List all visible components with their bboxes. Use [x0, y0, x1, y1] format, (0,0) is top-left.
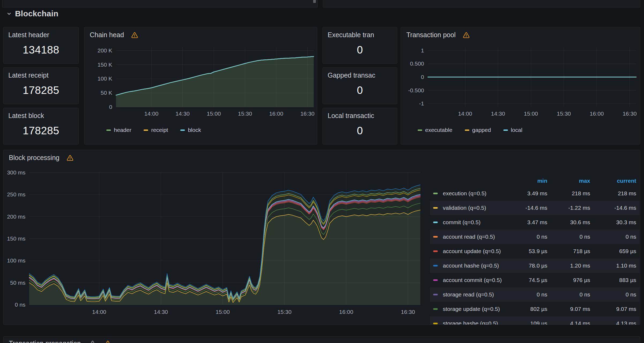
- legend-table: minmaxcurrent execution (q=0.5) 3.49 ms …: [430, 176, 639, 325]
- warning-icon[interactable]: [66, 154, 74, 161]
- series-max-value: 4.14 ms: [547, 320, 590, 325]
- series-name: account commit (q=0.5): [443, 277, 507, 283]
- series-min-value: 109 µs: [507, 320, 547, 325]
- svg-text:14:00: 14:00: [458, 110, 472, 117]
- series-name: execution (q=0.5): [443, 190, 507, 197]
- svg-text:14:30: 14:30: [154, 309, 168, 315]
- stat-value: 178285: [3, 120, 78, 144]
- svg-text:14:30: 14:30: [491, 110, 505, 117]
- warning-icon-gray[interactable]: [89, 340, 96, 343]
- transaction-pool-chart[interactable]: 10.5000-0.500-114:0014:3015:0015:3016:00…: [401, 40, 640, 123]
- svg-text:50 ms: 50 ms: [10, 280, 25, 286]
- svg-text:15:30: 15:30: [278, 309, 292, 315]
- legend-item-local[interactable]: local: [503, 127, 522, 133]
- series-name: account read (q=0.5): [443, 234, 507, 240]
- section-row-blockchain[interactable]: Blockchain: [6, 9, 58, 18]
- series-max-value: 218 ms: [547, 190, 590, 197]
- panel-title[interactable]: Latest block: [3, 108, 78, 120]
- stat-value: 0: [323, 39, 397, 63]
- legend-table-row[interactable]: storage hashe (q=0.5) 109 µs 4.14 ms 4.1…: [430, 316, 639, 325]
- panel-chain-head: Chain head 200 K150 K100 K50 K014:0014:3…: [84, 27, 317, 144]
- series-name: storage hashe (q=0.5): [443, 320, 507, 325]
- legend-item-executable[interactable]: executable: [418, 127, 452, 133]
- series-current-value: 883 µs: [590, 277, 636, 283]
- series-name: commit (q=0.5): [443, 219, 507, 226]
- svg-text:16:30: 16:30: [300, 110, 314, 117]
- legend-table-row[interactable]: execution (q=0.5) 3.49 ms 218 ms 218 ms: [430, 186, 639, 201]
- legend-table-row[interactable]: validation (q=0.5) -14.6 ms -1.22 ms -14…: [430, 201, 639, 215]
- warning-icon[interactable]: [463, 32, 470, 39]
- stat-panel-latest-receipt: Latest receipt 178285: [3, 67, 79, 104]
- legend-item-receipt[interactable]: receipt: [144, 127, 168, 133]
- series-name: receipt: [151, 127, 168, 133]
- legend-table-row[interactable]: account update (q=0.5) 53.9 µs 718 µs 65…: [430, 244, 639, 258]
- series-color-swatch: [503, 129, 508, 131]
- series-min-value: 53.9 µs: [507, 248, 547, 254]
- legend-table-row[interactable]: account commit (q=0.5) 74.5 µs 976 µs 88…: [430, 273, 639, 287]
- stat-panel-latest-header: Latest header 134188: [3, 27, 79, 64]
- panel-title[interactable]: Latest header: [3, 27, 78, 39]
- series-name: header: [114, 127, 131, 133]
- legend-table-row[interactable]: account read (q=0.5) 0 ns 0 ns 0 ns: [430, 230, 639, 244]
- legend-table-row[interactable]: commit (q=0.5) 3.47 ms 30.6 ms 30.3 ms: [430, 215, 639, 230]
- series-color-swatch: [433, 308, 438, 310]
- panel-title[interactable]: Local transactic: [323, 108, 397, 120]
- svg-text:0: 0: [421, 74, 424, 80]
- legend-table-row[interactable]: storage update (q=0.5) 802 µs 9.07 ms 9.…: [430, 302, 639, 316]
- block-processing-chart[interactable]: 300 ms250 ms200 ms150 ms100 ms50 ms0 ns1…: [3, 165, 424, 323]
- series-current-value: 1.10 ms: [590, 262, 636, 269]
- legend-item-block[interactable]: block: [180, 127, 201, 133]
- column-header-max[interactable]: max: [547, 178, 590, 184]
- column-header-min[interactable]: min: [507, 178, 547, 184]
- warning-triangle-icon: [66, 154, 74, 161]
- svg-text:14:00: 14:00: [92, 309, 106, 315]
- svg-text:100 K: 100 K: [98, 75, 112, 82]
- series-max-value: 976 µs: [547, 277, 590, 283]
- panel-title[interactable]: Block processing: [9, 154, 59, 162]
- panel-above-right: [323, 0, 640, 7]
- svg-text:-0.500: -0.500: [408, 87, 424, 93]
- svg-text:16:00: 16:00: [269, 110, 283, 117]
- series-max-value: -1.22 ms: [547, 205, 590, 211]
- series-name: gapped: [472, 127, 491, 133]
- series-max-value: 1.20 ms: [547, 262, 590, 269]
- transaction_pool-svg: 10.5000-0.500-114:0014:3015:0015:3016:00…: [401, 40, 640, 123]
- column-header-current[interactable]: current: [590, 178, 636, 184]
- panel-title[interactable]: Transaction pool: [406, 31, 456, 39]
- legend-table-row[interactable]: account hashe (q=0.5) 78.0 µs 1.20 ms 1.…: [430, 258, 639, 273]
- series-name: executable: [425, 127, 452, 133]
- svg-text:0: 0: [109, 104, 112, 110]
- svg-text:16:30: 16:30: [401, 309, 415, 315]
- warning-icon[interactable]: [131, 32, 138, 39]
- legend-item-gapped[interactable]: gapped: [465, 127, 491, 133]
- series-current-value: 0 ns: [590, 291, 636, 298]
- panel-title[interactable]: Executable tran: [323, 27, 397, 39]
- svg-text:14:30: 14:30: [175, 110, 190, 117]
- series-name: storage update (q=0.5): [443, 306, 507, 312]
- panel-title[interactable]: Chain head: [90, 31, 124, 39]
- stat-panel-gapped-transactions: Gapped transac 0: [323, 67, 397, 104]
- warning-icon[interactable]: [104, 340, 111, 343]
- series-max-value: 718 µs: [547, 248, 590, 254]
- series-color-swatch: [465, 129, 469, 131]
- scrollbar-thumb[interactable]: [313, 0, 316, 3]
- panel-title[interactable]: Latest receipt: [3, 68, 78, 79]
- legend-table-row[interactable]: storage read (q=0.5) 0 ns 0 ns 0 ns: [430, 287, 639, 302]
- legend-item-header[interactable]: header: [106, 127, 131, 133]
- svg-text:14:00: 14:00: [144, 110, 159, 117]
- panel-title[interactable]: Transaction propagation: [9, 340, 81, 343]
- panel-transaction-pool: Transaction pool 10.5000-0.500-114:0014:…: [401, 27, 640, 144]
- svg-text:50 K: 50 K: [101, 90, 112, 96]
- series-color-swatch: [433, 323, 438, 324]
- svg-text:150 K: 150 K: [98, 62, 112, 68]
- svg-text:1: 1: [421, 47, 424, 54]
- warning-triangle-icon: [463, 32, 470, 39]
- panel-title[interactable]: Gapped transac: [323, 68, 397, 79]
- chain-head-chart[interactable]: 200 K150 K100 K50 K014:0014:3015:0015:30…: [84, 40, 317, 123]
- series-max-value: 9.07 ms: [547, 306, 590, 312]
- series-min-value: 78.0 µs: [507, 262, 547, 269]
- stat-value: 178285: [3, 79, 78, 104]
- series-current-value: 659 µs: [590, 248, 636, 254]
- svg-text:0.500: 0.500: [410, 60, 424, 67]
- series-color-swatch: [433, 222, 438, 223]
